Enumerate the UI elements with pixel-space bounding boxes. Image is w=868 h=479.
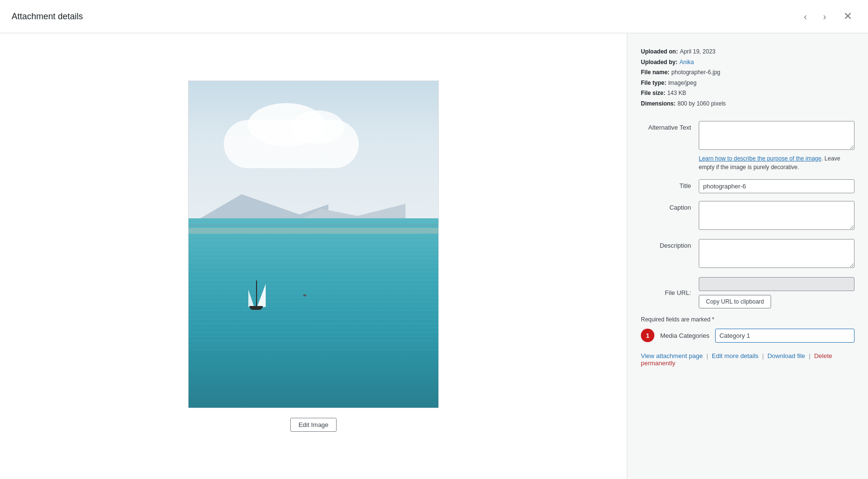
edit-image-button[interactable]: Edit Image xyxy=(290,418,337,432)
alt-text-input[interactable] xyxy=(699,121,854,150)
meta-uploaded-on: Uploaded on: April 19, 2023 xyxy=(641,47,854,57)
boat-hull xyxy=(249,306,263,310)
alt-text-label: Alternative Text xyxy=(641,121,699,131)
horizon-line xyxy=(189,225,438,226)
sail-main xyxy=(257,284,266,307)
alt-text-helper-link[interactable]: Learn how to describe the purpose of the… xyxy=(699,155,821,162)
title-label: Title xyxy=(641,179,699,189)
title-group: Title xyxy=(641,179,854,193)
file-name-value: photographer-6.jpg xyxy=(671,67,720,78)
modal-overlay: Attachment details ‹ › ✕ xyxy=(0,0,868,479)
media-categories-label: Media Categories xyxy=(660,332,709,339)
description-input-wrap xyxy=(699,239,854,269)
file-url-input[interactable] xyxy=(699,277,854,291)
sea-shimmer xyxy=(189,237,438,351)
caption-input-wrap xyxy=(699,201,854,231)
file-name-label: File name: xyxy=(641,67,669,78)
separator-1: | xyxy=(706,352,710,359)
caption-group: Caption xyxy=(641,201,854,231)
file-type-value: image/jpeg xyxy=(668,78,697,89)
required-note: Required fields are marked * xyxy=(641,316,854,323)
caption-label: Caption xyxy=(641,201,699,211)
prev-button[interactable]: ‹ xyxy=(797,8,814,25)
copy-url-button[interactable]: Copy URL to clipboard xyxy=(699,295,771,308)
cloud1 xyxy=(224,120,359,168)
file-size-label: File size: xyxy=(641,88,665,99)
land-strip xyxy=(189,228,438,234)
file-size-value: 143 KB xyxy=(667,88,686,99)
modal-title: Attachment details xyxy=(12,12,83,22)
title-input[interactable] xyxy=(699,179,854,193)
description-label: Description xyxy=(641,239,699,249)
media-categories-badge: 1 xyxy=(641,329,654,342)
image-panel: Edit Image xyxy=(0,33,627,479)
media-categories-row: 1 Media Categories xyxy=(641,329,854,343)
file-url-label: File URL: xyxy=(641,289,699,296)
meta-file-size: File size: 143 KB xyxy=(641,88,854,99)
sea-bg xyxy=(189,218,438,408)
modal-body: Edit Image Uploaded on: April 19, 2023 U… xyxy=(0,33,868,479)
description-group: Description xyxy=(641,239,854,269)
sail-front xyxy=(248,290,254,307)
view-attachment-link[interactable]: View attachment page xyxy=(641,352,703,359)
image-container xyxy=(188,80,439,408)
media-categories-input[interactable] xyxy=(715,329,854,343)
uploaded-by-link[interactable]: Anika xyxy=(679,57,694,68)
bottom-links: View attachment page | Edit more details… xyxy=(641,352,854,367)
edit-more-details-link[interactable]: Edit more details xyxy=(712,352,759,359)
dimensions-value: 800 by 1060 pixels xyxy=(678,99,726,109)
file-url-input-wrap: Copy URL to clipboard xyxy=(699,277,854,308)
uploaded-on-label: Uploaded on: xyxy=(641,47,678,57)
uploaded-on-value: April 19, 2023 xyxy=(680,47,716,57)
alt-text-input-wrap: Learn how to describe the purpose of the… xyxy=(699,121,854,172)
meta-uploaded-by: Uploaded by: Anika xyxy=(641,57,854,68)
file-url-row: File URL: Copy URL to clipboard xyxy=(641,277,854,308)
header-controls: ‹ › ✕ xyxy=(797,8,856,25)
dimensions-label: Dimensions: xyxy=(641,99,676,109)
modal-header: Attachment details ‹ › ✕ xyxy=(0,0,868,33)
attachment-image xyxy=(188,80,439,408)
file-type-label: File type: xyxy=(641,78,666,89)
file-metadata: Uploaded on: April 19, 2023 Uploaded by:… xyxy=(641,47,854,109)
alt-text-group: Alternative Text Learn how to describe t… xyxy=(641,121,854,172)
next-button[interactable]: › xyxy=(816,8,833,25)
meta-dimensions: Dimensions: 800 by 1060 pixels xyxy=(641,99,854,109)
title-input-wrap xyxy=(699,179,854,193)
alt-text-helper: Learn how to describe the purpose of the… xyxy=(699,154,854,172)
meta-file-name: File name: photographer-6.jpg xyxy=(641,67,854,78)
details-panel: Uploaded on: April 19, 2023 Uploaded by:… xyxy=(627,33,868,479)
caption-input[interactable] xyxy=(699,201,854,230)
download-file-link[interactable]: Download file xyxy=(767,352,805,359)
uploaded-by-label: Uploaded by: xyxy=(641,57,678,68)
description-input[interactable] xyxy=(699,239,854,268)
close-button[interactable]: ✕ xyxy=(839,8,856,25)
separator-3: | xyxy=(809,352,812,359)
sailboat xyxy=(251,306,265,310)
separator-2: | xyxy=(762,352,765,359)
meta-file-type: File type: image/jpeg xyxy=(641,78,854,89)
